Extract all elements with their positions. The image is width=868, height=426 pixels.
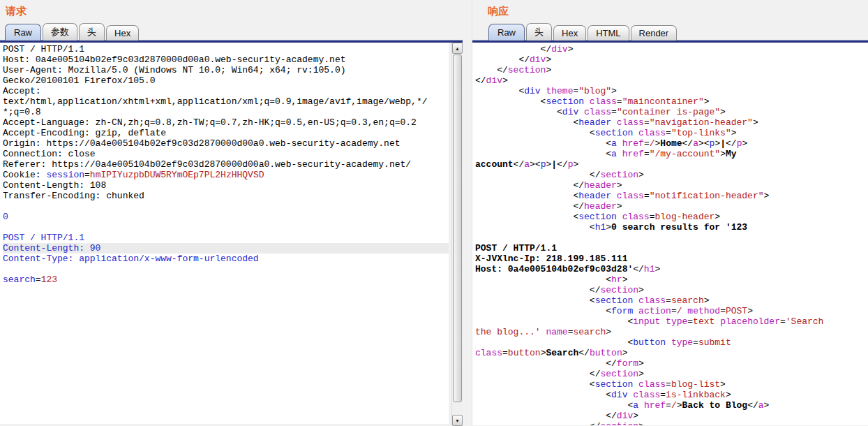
code-line: Content-Length: 90: [3, 243, 449, 254]
code-line: </div>: [475, 75, 868, 86]
response-tabbar: Raw头HexHTMLRender: [472, 22, 868, 40]
response-tab-headers[interactable]: 头: [526, 23, 552, 41]
code-line: <header class="notification-header">: [475, 191, 868, 201]
code-line: </div>: [475, 411, 868, 421]
code-line: X-JVXlnc-Ip: 218.199.185.111: [475, 254, 868, 264]
code-line: <section class="maincontainer">: [475, 96, 868, 107]
code-line: Accept-Language: zh-CN,zh;q=0.8,zh-TW;q=…: [3, 117, 449, 128]
code-line: <h1>0 search results for '123: [475, 222, 868, 233]
code-line: [3, 201, 449, 212]
code-line: Content-Length: 108: [3, 180, 449, 191]
request-panel: 请求 Raw参数头Hex POST / HTTP/1.1Host: 0a4e00…: [0, 0, 463, 426]
code-line: <section class=blog-list>: [475, 379, 868, 390]
code-line: </section>: [475, 421, 868, 425]
response-tab-hex[interactable]: Hex: [553, 25, 586, 41]
code-line: Referer: https://0a4e005104b02ef9c03d287…: [3, 159, 449, 170]
code-line: <input type=text placeholder='Search: [475, 316, 868, 327]
code-line: text/html,application/xhtml+xml,applicat…: [3, 96, 449, 107]
scroll-down-button[interactable]: ▼: [452, 415, 463, 426]
code-line: <div class="container is-page">: [475, 107, 868, 117]
code-line: <section class=search>: [475, 295, 868, 306]
code-line: </div>: [475, 44, 868, 54]
code-line: POST / HTTP/1.1: [3, 233, 449, 243]
code-line: Transfer-Encoding: chunked: [3, 191, 449, 201]
code-line: <a href="/my-account">My: [475, 149, 868, 159]
request-tab-params[interactable]: 参数: [43, 23, 77, 41]
code-line: POST / HTTP/1.1: [3, 44, 449, 54]
request-panel-title: 请求: [0, 0, 463, 22]
code-line: <section class=blog-header>: [475, 212, 868, 222]
response-tab-render[interactable]: Render: [631, 25, 678, 41]
code-line: search=123: [3, 274, 449, 285]
code-line: Accept:: [3, 86, 449, 96]
code-line: [3, 264, 449, 274]
response-panel: 响应 Raw头HexHTMLRender </div> </div> </sec…: [472, 0, 868, 426]
code-line: Connection: close: [3, 149, 449, 159]
code-line: <a href=/>Home</a><p>|</p>: [475, 138, 868, 149]
scroll-up-icon: ▲: [455, 46, 460, 51]
code-line: Origin: https://0a4e005104b02ef9c03d2870…: [3, 138, 449, 149]
response-tab-raw[interactable]: Raw: [488, 24, 525, 41]
response-panel-title: 响应: [472, 0, 868, 22]
response-editor[interactable]: </div> </div> </section></div> <div them…: [472, 43, 868, 425]
code-line: Host: 0a4e005104b02ef9c03d28'</h1>: [475, 264, 868, 274]
code-line: <header class="navigation-header">: [475, 117, 868, 128]
code-line: Cookie: session=hmIPIYuzpbDUW5RYmOEp7PL2…: [3, 170, 449, 180]
code-line: </header>: [475, 180, 868, 191]
code-line: </div>: [475, 54, 868, 65]
code-line: the blog...' name=search>: [475, 327, 868, 337]
code-line: POST / HTTP/1.1: [475, 243, 868, 254]
code-line: </form>: [475, 358, 868, 369]
code-line: <div class=is-linkback>: [475, 390, 868, 400]
response-tab-html[interactable]: HTML: [588, 25, 629, 41]
code-line: Gecko/20100101 Firefox/105.0: [3, 75, 449, 86]
code-line: 0: [3, 212, 449, 222]
code-line: <a href=/>Back to Blog</a>: [475, 400, 868, 411]
code-line: [475, 233, 868, 243]
code-line: <hr>: [475, 274, 868, 285]
request-scrollbar-thumb[interactable]: [453, 54, 462, 402]
request-tab-hex[interactable]: Hex: [106, 25, 139, 41]
code-line: </header>: [475, 201, 868, 212]
code-line: class=button>Search</button>: [475, 348, 868, 358]
request-tabbar: Raw参数头Hex: [0, 22, 463, 40]
code-line: *;q=0.8: [3, 107, 449, 117]
request-editor[interactable]: POST / HTTP/1.1Host: 0a4e005104b02ef9c03…: [0, 43, 449, 424]
code-line: <form action=/ method=POST>: [475, 306, 868, 316]
scroll-up-button[interactable]: ▲: [452, 43, 463, 54]
code-line: </section>: [475, 170, 868, 180]
code-line: <div theme="blog">: [475, 86, 868, 96]
scroll-down-icon: ▼: [455, 418, 460, 423]
code-line: </section>: [475, 369, 868, 379]
code-line: <button type=submit: [475, 337, 868, 348]
code-line: Host: 0a4e005104b02ef9c03d2870000d00a0.w…: [3, 54, 449, 65]
request-scrollbar[interactable]: ▲ ▼: [451, 43, 463, 426]
code-line: Content-Type: application/x-www-form-url…: [3, 254, 449, 264]
code-line: account</a><p>|</p>: [475, 159, 868, 170]
code-line: User-Agent: Mozilla/5.0 (Windows NT 10.0…: [3, 65, 449, 75]
code-line: [3, 222, 449, 233]
request-tab-headers[interactable]: 头: [79, 23, 105, 41]
code-line: </section>: [475, 65, 868, 75]
code-line: <section class="top-links">: [475, 128, 868, 138]
request-tab-raw[interactable]: Raw: [5, 24, 41, 41]
code-line: </section>: [475, 285, 868, 295]
code-line: Accept-Encoding: gzip, deflate: [3, 128, 449, 138]
